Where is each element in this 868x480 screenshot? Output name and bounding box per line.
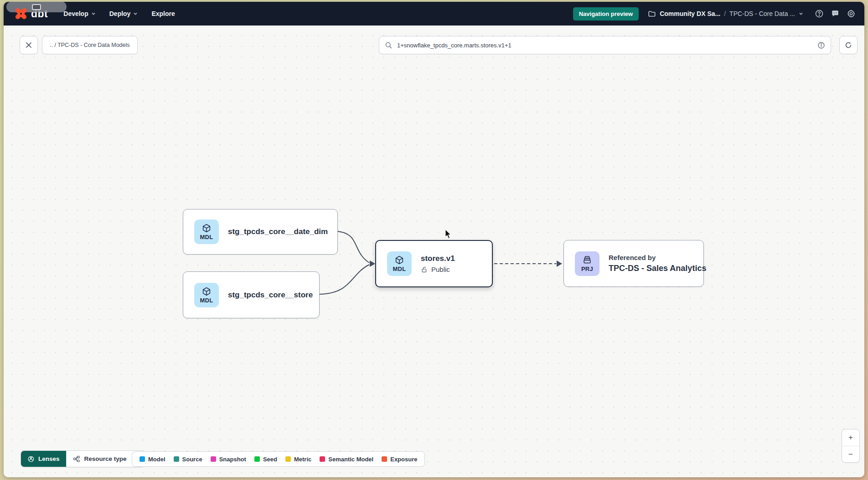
legend-swatch	[174, 456, 179, 462]
breadcrumb-separator: /	[724, 10, 726, 17]
project-archive-icon	[582, 255, 592, 265]
legend-swatch	[140, 456, 145, 462]
refresh-icon	[844, 41, 852, 49]
lineage-selector-input[interactable]	[397, 42, 813, 49]
legend-swatch	[254, 456, 260, 462]
legend-swatch	[285, 456, 291, 462]
node-stg-tpcds-core-date-dim[interactable]: MDL stg_tpcds_core__date_dim	[183, 209, 338, 255]
legend-item-source: Source	[174, 456, 202, 463]
navbar-icon-group	[814, 9, 856, 19]
window-icon	[32, 4, 41, 10]
close-lineage-button[interactable]	[20, 36, 38, 54]
menu-deploy[interactable]: Deploy	[109, 10, 138, 17]
legend-item-model: Model	[140, 456, 165, 463]
settings-gear-icon[interactable]	[846, 9, 856, 19]
legend-item-metric: Metric	[285, 456, 311, 463]
model-cube-icon	[202, 223, 212, 233]
menu-explore[interactable]: Explore	[151, 10, 175, 17]
refresh-lineage-button[interactable]	[839, 36, 858, 54]
mouse-cursor	[445, 230, 451, 239]
top-navbar: dbt Develop Deploy Explore Navigation pr…	[4, 2, 864, 26]
resource-type-legend: Model Source Snapshot Seed Metric Semant…	[132, 451, 425, 467]
badge-label: MDL	[393, 266, 406, 272]
info-icon[interactable]	[817, 41, 825, 49]
feedback-icon[interactable]	[830, 9, 840, 19]
main-menu: Develop Deploy Explore	[63, 10, 175, 17]
node-label: stores.v1	[421, 254, 455, 263]
menu-develop[interactable]: Develop	[63, 10, 95, 17]
legend-item-snapshot: Snapshot	[211, 456, 246, 463]
legend-label: Semantic Model	[328, 456, 373, 463]
node-stores-v1[interactable]: MDL stores.v1 Public	[375, 240, 493, 287]
close-icon	[25, 41, 32, 49]
menu-deploy-label: Deploy	[109, 10, 131, 17]
chevron-down-icon	[133, 11, 138, 16]
legend-item-semantic-model: Semantic Model	[320, 456, 373, 463]
access-row: Public	[421, 266, 455, 273]
menu-explore-label: Explore	[151, 10, 175, 17]
dbt-explorer-window: dbt Develop Deploy Explore Navigation pr…	[4, 2, 864, 477]
breadcrumb-page[interactable]: TPC-DS - Core Data ...	[729, 10, 795, 17]
lineage-canvas[interactable]: .. / TPC-DS - Core Data Models MDL stg_t…	[4, 26, 864, 477]
dbt-logo-icon	[15, 7, 27, 20]
node-stg-tpcds-core-store[interactable]: MDL stg_tpcds_core__store	[183, 271, 320, 318]
legend-swatch	[211, 456, 216, 462]
node-caption: Referenced by	[609, 254, 706, 261]
access-label: Public	[431, 266, 450, 273]
model-resource-badge: MDL	[387, 251, 412, 276]
legend-label: Source	[182, 456, 202, 463]
zoom-controls: + −	[842, 429, 860, 463]
breadcrumb: Community DX Sa... / TPC-DS - Core Data …	[648, 10, 803, 18]
node-label: stg_tpcds_core__store	[228, 291, 313, 300]
badge-label: MDL	[200, 297, 213, 304]
legend-swatch	[320, 456, 325, 462]
legend-item-seed: Seed	[254, 456, 277, 463]
legend-label: Snapshot	[219, 456, 246, 463]
model-cube-icon	[202, 286, 212, 296]
lens-controls: Lenses Resource type	[21, 450, 145, 467]
project-resource-badge: PRJ	[575, 251, 599, 276]
legend-item-exposure: Exposure	[382, 456, 417, 463]
model-cube-icon	[394, 255, 404, 265]
badge-label: MDL	[200, 234, 213, 240]
zoom-in-button[interactable]: +	[842, 429, 859, 446]
legend-label: Exposure	[390, 456, 417, 463]
search-icon	[385, 41, 393, 49]
legend-label: Seed	[263, 456, 277, 463]
breadcrumb-project[interactable]: Community DX Sa...	[660, 10, 720, 17]
lenses-icon	[27, 455, 35, 463]
legend-label: Metric	[294, 456, 311, 463]
resource-type-label: Resource type	[84, 455, 127, 462]
badge-label: PRJ	[581, 266, 593, 272]
lineage-breadcrumb-chip[interactable]: .. / TPC-DS - Core Data Models	[42, 36, 138, 54]
node-referenced-by-sales-analytics[interactable]: PRJ Referenced by TPC-DS - Sales Analyti…	[563, 240, 704, 287]
lenses-label: Lenses	[38, 455, 60, 462]
legend-label: Model	[148, 456, 165, 463]
lenses-button[interactable]: Lenses	[21, 451, 66, 467]
node-label: TPC-DS - Sales Analytics	[609, 264, 706, 273]
folder-icon	[648, 10, 656, 18]
chevron-down-icon[interactable]	[799, 11, 803, 16]
zoom-out-button[interactable]: −	[842, 446, 859, 462]
menu-develop-label: Develop	[63, 10, 88, 17]
legend-swatch	[382, 456, 387, 462]
navigation-preview-badge[interactable]: Navigation preview	[573, 7, 639, 20]
help-icon[interactable]	[814, 9, 824, 19]
lineage-search-bar	[379, 36, 831, 54]
resource-type-icon	[73, 455, 80, 463]
model-resource-badge: MDL	[194, 220, 219, 244]
navbar-right: Navigation preview Community DX Sa... / …	[573, 7, 856, 20]
model-resource-badge: MDL	[194, 283, 219, 307]
chevron-down-icon	[91, 11, 96, 16]
unlock-icon	[421, 266, 428, 273]
node-label: stg_tpcds_core__date_dim	[228, 227, 328, 236]
